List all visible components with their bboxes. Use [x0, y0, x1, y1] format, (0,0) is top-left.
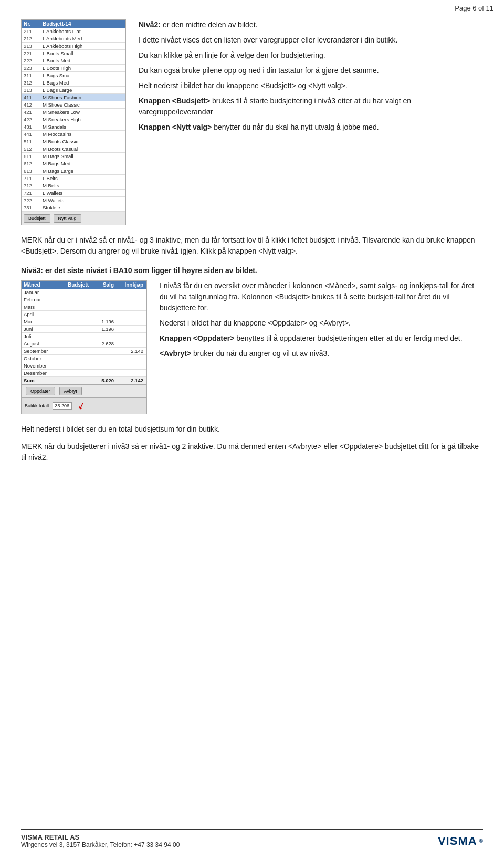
arrow-icon: ↙ — [76, 399, 87, 413]
table-row[interactable]: 412M Shoes Classic — [22, 101, 125, 109]
level2-heading-rest: er den midtre delen av bildet. — [161, 20, 257, 29]
para6-rest: benytter du når du skal ha nytt utvalg å… — [212, 123, 379, 131]
lvl3-footer: Butikk totalt 35.206 ↙ — [22, 397, 146, 414]
level3-para3: Knappen <Oppdater> benyttes til å oppdat… — [160, 333, 483, 344]
oppdater-button[interactable]: Oppdater — [26, 387, 55, 395]
footer-label: Butikk totalt — [25, 403, 49, 408]
para5-bold: Knappen <Budsjett> — [139, 97, 210, 105]
col-salg-header: Salg — [89, 282, 114, 288]
col-maned-header: Måned — [24, 282, 59, 288]
company-name: VISMA RETAIL AS — [21, 833, 180, 841]
para3-rest: benyttes til å oppdaterer budsjetteringe… — [234, 334, 462, 342]
table-row[interactable]: Mai1.196 — [22, 318, 146, 326]
level3-para2: Nederst i bildet har du knappene <Oppdat… — [160, 318, 483, 329]
table-row[interactable]: April — [22, 311, 146, 318]
table-row[interactable]: 422M Sneakers High — [22, 116, 125, 123]
level3-heading-para: Nivå3: er det siste nivået i BA10 som li… — [21, 265, 483, 276]
table-row[interactable]: September2.142 — [22, 348, 146, 355]
nytt-valg-button[interactable]: Nytt valg — [54, 214, 81, 223]
page-footer: VISMA RETAIL AS Wirgenes vei 3, 3157 Bar… — [21, 829, 483, 848]
level2-heading-para: Nivå2: er den midtre delen av bildet. — [139, 19, 483, 30]
table-row[interactable]: Juni1.196 — [22, 326, 146, 333]
table-row[interactable]: 611M Bags Small — [22, 153, 125, 160]
level3-screenshot: Måned Budsjett Salg Innkjøp Januar Febru… — [21, 280, 147, 414]
table-row[interactable]: Februar — [22, 296, 146, 303]
table-row[interactable]: 431M Sandals — [22, 123, 125, 131]
level2-para3: Du kan også bruke pilene opp og ned i di… — [139, 65, 483, 76]
level3-para4: <Avbryt> bruker du når du angrer og vil … — [160, 348, 483, 359]
level2-section: Nr. Budsjett-14 211L Ankleboots Flat 212… — [21, 19, 483, 225]
sum-row: Sum5.0202.142 — [22, 377, 146, 384]
table-row[interactable]: 313L Bags Large — [22, 87, 125, 94]
footer-value: 35.206 — [52, 402, 72, 410]
table-row[interactable]: 441M Moccasins — [22, 131, 125, 138]
lvl2-table-header: Nr. Budsjett-14 — [22, 20, 125, 28]
table-row[interactable]: 312L Bags Med — [22, 79, 125, 87]
table-row[interactable]: 211L Ankleboots Flat — [22, 28, 125, 35]
table-row[interactable]: 212L Ankleboots Med — [22, 35, 125, 43]
para4-rest: bruker du når du angrer og vil ut av niv… — [191, 349, 329, 358]
visma-registered: ® — [479, 838, 483, 844]
table-row[interactable]: Desember — [22, 370, 146, 377]
table-row[interactable]: 722M Wallets — [22, 197, 125, 204]
level3-heading: Nivå3: — [21, 266, 43, 275]
level2-para1: I dette nivået vises det en listen over … — [139, 35, 483, 46]
level3-section: Måned Budsjett Salg Innkjøp Januar Febru… — [21, 280, 483, 414]
table-row[interactable]: 613M Bags Large — [22, 167, 125, 175]
para6-bold: Knappen <Nytt valg> — [139, 123, 212, 131]
lvl3-button-bar: Oppdater Avbryt — [22, 384, 146, 397]
lvl3-table-header: Måned Budsjett Salg Innkjøp — [22, 281, 146, 289]
table-row[interactable]: 213L Ankleboots High — [22, 43, 125, 50]
col-budsjett-header: Budsjett — [59, 282, 89, 288]
para-total: Helt nederst i bildet ser du en total bu… — [21, 424, 483, 435]
table-row[interactable]: 222L Boots Med — [22, 57, 125, 65]
para3-bold: Knappen <Oppdater> — [160, 334, 234, 342]
level2-text: Nivå2: er den midtre delen av bildet. I … — [139, 19, 483, 225]
table-row[interactable]: 421M Sneakers Low — [22, 109, 125, 116]
table-row[interactable]: Juli — [22, 333, 146, 340]
level2-para5: Knappen <Budsjett> brukes til å starte b… — [139, 96, 483, 118]
level2-para4: Helt nederst i bildet har du knappene <B… — [139, 80, 483, 91]
visma-logo: VISMA® — [438, 834, 483, 848]
page-header: Page 6 of 11 — [0, 0, 504, 14]
table-row[interactable]: Mars — [22, 303, 146, 311]
level3-heading-rest: er det siste nivået i BA10 som ligger ti… — [43, 266, 257, 275]
level3-para1: I nivå3 får du en oversikt over måneder … — [160, 280, 483, 313]
table-row[interactable]: 511M Boots Classic — [22, 138, 125, 145]
table-row[interactable]: 512M Boots Casual — [22, 145, 125, 153]
page-info: Page 6 of 11 — [455, 4, 494, 12]
avbryt-button[interactable]: Avbryt — [59, 387, 82, 395]
table-row[interactable]: 711L Belts — [22, 175, 125, 182]
table-row[interactable]: November — [22, 362, 146, 370]
budsjett-button[interactable]: Budsjett — [24, 214, 50, 223]
table-row[interactable]: 223L Boots High — [22, 65, 125, 72]
footer-company: VISMA RETAIL AS Wirgenes vei 3, 3157 Bar… — [21, 833, 180, 848]
merk-note-2: MERK når du budsjetterer i nivå3 så er n… — [21, 441, 483, 463]
level2-para2: Du kan klikke på en linje for å velge de… — [139, 50, 483, 61]
level2-heading: Nivå2: — [139, 20, 161, 29]
col-nr-header: Nr. — [24, 21, 43, 27]
visma-logo-text: VISMA — [438, 834, 477, 848]
table-row[interactable]: 411M Shoes Fashion — [22, 94, 125, 101]
col-name-header: Budsjett-14 — [43, 21, 123, 27]
company-address: Wirgenes vei 3, 3157 Barkåker, Telefon: … — [21, 841, 180, 848]
table-row[interactable]: Oktober — [22, 355, 146, 362]
table-row[interactable]: 612M Bags Med — [22, 160, 125, 167]
merk-note-1: MERK når du er i nivå2 så er nivå1- og 3… — [21, 235, 483, 257]
level2-screenshot: Nr. Budsjett-14 211L Ankleboots Flat 212… — [21, 19, 126, 225]
table-row[interactable]: August2.628 — [22, 340, 146, 348]
para4-bold: <Avbryt> — [160, 349, 191, 358]
col-innkjop-header: Innkjøp — [114, 282, 143, 288]
table-row[interactable]: 712M Belts — [22, 182, 125, 190]
level3-text: I nivå3 får du en oversikt over måneder … — [160, 280, 483, 414]
table-row[interactable]: 731Stokleie — [22, 204, 125, 212]
lvl2-button-bar: Budsjett Nytt valg — [22, 212, 125, 225]
table-row[interactable]: 221L Boots Small — [22, 50, 125, 57]
table-row[interactable]: Januar — [22, 289, 146, 296]
table-row[interactable]: 311L Bags Small — [22, 72, 125, 79]
level2-para6: Knappen <Nytt valg> benytter du når du s… — [139, 122, 483, 133]
table-row[interactable]: 721L Wallets — [22, 190, 125, 197]
